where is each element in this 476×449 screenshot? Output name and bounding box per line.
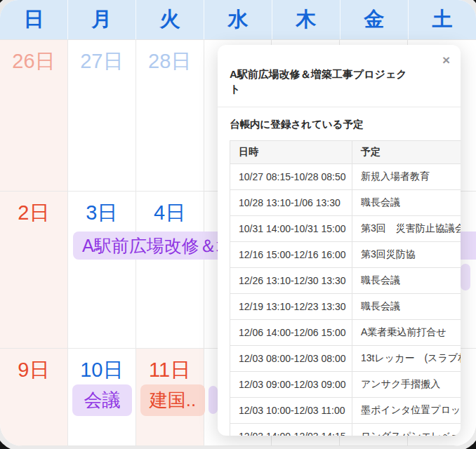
- day-cell-26[interactable]: 26日: [0, 40, 68, 192]
- cell-datetime: 12/03 10:00-12/03 11:00: [230, 398, 352, 424]
- date-label: 9日: [18, 358, 49, 381]
- schedule-table-body: 10/27 08:15-10/28 08:50新規入場者教育10/28 13:1…: [230, 164, 461, 436]
- date-label: 2日: [18, 201, 49, 224]
- table-row: 12/03 08:00-12/03 08:0013tレッカー (スラブ材: [230, 346, 461, 372]
- event-bar-partial[interactable]: [209, 386, 218, 414]
- cell-schedule: 13tレッカー (スラブ材: [352, 346, 461, 372]
- weekday-wed: 水: [204, 0, 272, 39]
- schedule-table: 日時 予定 10/27 08:15-10/28 08:50新規入場者教育10/2…: [230, 140, 461, 436]
- table-row: 10/27 08:15-10/28 08:50新規入場者教育: [230, 164, 461, 190]
- table-header-row: 日時 予定: [230, 141, 461, 164]
- table-row: 12/03 10:00-12/03 11:00墨ポインタ位置プロット: [230, 398, 461, 424]
- cell-schedule: 職長会議: [352, 190, 461, 216]
- cell-datetime: 12/03 08:00-12/03 08:00: [230, 346, 352, 372]
- cell-schedule: 墨ポインタ位置プロット: [352, 398, 461, 424]
- weekday-thu: 木: [272, 0, 340, 39]
- table-row: 10/31 14:00-10/31 15:00第3回 災害防止協議会: [230, 216, 461, 242]
- cell-schedule: 職長会議: [352, 268, 461, 294]
- weekday-sun: 日: [0, 0, 67, 39]
- cell-datetime: 12/26 13:10-12/30 13:30: [230, 268, 352, 294]
- cell-datetime: 12/03 14:00-12/03 14:15: [230, 424, 352, 436]
- cell-datetime: 12/16 15:00-12/16 16:00: [230, 242, 352, 268]
- weekday-header: 日 月 火 水 木 金 土: [0, 0, 476, 40]
- cell-schedule: 第3回 災害防止協議会: [352, 216, 461, 242]
- day-cell-3[interactable]: 3日: [68, 192, 136, 349]
- day-cell-28[interactable]: 28日: [136, 40, 204, 192]
- date-label: 3日: [86, 201, 117, 224]
- day-cell-27[interactable]: 27日: [68, 40, 136, 192]
- event-bar-partial[interactable]: [461, 264, 470, 290]
- cell-datetime: 10/27 08:15-10/28 08:50: [230, 164, 352, 190]
- weekday-mon: 月: [67, 0, 135, 39]
- date-label: 27日: [80, 50, 123, 72]
- table-row: 10/28 13:10-1/06 13:30職長会議: [230, 190, 461, 216]
- table-row: 12/03 14:00-12/03 14:15ロングスパンエレベーター: [230, 424, 461, 436]
- day-cell-4[interactable]: 4日: [136, 192, 204, 349]
- event-meeting[interactable]: 会議: [72, 384, 132, 416]
- cell-schedule: 第3回災防協: [352, 242, 461, 268]
- table-row: 12/03 09:00-12/03 09:00アンサク手摺搬入: [230, 372, 461, 398]
- weekday-sat: 土: [408, 0, 476, 39]
- cell-schedule: 新規入場者教育: [352, 164, 461, 190]
- column-header-schedule: 予定: [352, 141, 461, 164]
- column-header-datetime: 日時: [230, 141, 352, 164]
- popup-divider: [218, 107, 461, 107]
- calendar-app-window: 日 月 火 水 木 金 土 26日 27日 28日 2日 3日 4日 9日 10…: [0, 0, 476, 446]
- day-cell-2[interactable]: 2日: [0, 192, 68, 349]
- table-row: 12/16 15:00-12/16 16:00第3回災防協: [230, 242, 461, 268]
- date-label: 4日: [154, 201, 185, 224]
- date-label: 26日: [12, 50, 55, 72]
- cell-datetime: 12/06 14:00-12/06 15:00: [230, 320, 352, 346]
- cell-schedule: アンサク手摺搬入: [352, 372, 461, 398]
- table-row: 12/26 13:10-12/30 13:30職長会議: [230, 268, 461, 294]
- cell-schedule: ロングスパンエレベーター: [352, 424, 461, 436]
- cell-schedule: 職長会議: [352, 294, 461, 320]
- table-row: 12/19 13:10-12/23 13:30職長会議: [230, 294, 461, 320]
- popup-title: A駅前広場改修＆増築工事プロジェクト: [218, 45, 461, 107]
- popup-section-label: 台帳内に登録されている予定: [230, 118, 449, 131]
- table-row: 12/06 14:00-12/06 15:00A業者乗込前打合せ: [230, 320, 461, 346]
- date-label: 28日: [148, 50, 191, 72]
- weekday-tue: 火: [135, 0, 204, 39]
- date-label: 10日: [80, 358, 123, 381]
- cell-datetime: 12/19 13:10-12/23 13:30: [230, 294, 352, 320]
- weekday-fri: 金: [340, 0, 408, 39]
- date-label: 11日: [149, 358, 190, 381]
- day-cell-9[interactable]: 9日: [0, 349, 68, 446]
- project-schedule-popup: × A駅前広場改修＆増築工事プロジェクト 台帳内に登録されている予定 日時 予定…: [218, 45, 461, 436]
- cell-datetime: 10/31 14:00-10/31 15:00: [230, 216, 352, 242]
- close-icon[interactable]: ×: [442, 53, 450, 67]
- cell-datetime: 12/03 09:00-12/03 09:00: [230, 372, 352, 398]
- schedule-table-wrap: 日時 予定 10/27 08:15-10/28 08:50新規入場者教育10/2…: [230, 140, 461, 436]
- cell-schedule: A業者乗込前打合せ: [352, 320, 461, 346]
- cell-datetime: 10/28 13:10-1/06 13:30: [230, 190, 352, 216]
- event-holiday[interactable]: 建国..: [140, 384, 205, 416]
